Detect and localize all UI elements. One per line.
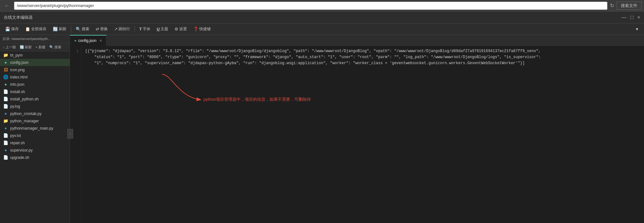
font-button[interactable]: T 字休 <box>137 25 153 33</box>
browser-bar: ← ↻ 搜索文件 <box>0 0 644 11</box>
line-number-1: 1 <box>74 48 79 54</box>
file-icon: 📁 <box>3 118 8 123</box>
file-item[interactable]: ●python_crontab.py <box>0 110 70 117</box>
replace-button[interactable]: ⇄ 替换 <box>93 25 110 33</box>
new-button[interactable]: + 新建 <box>34 44 47 50</box>
save-label: 保存 <box>11 26 19 32</box>
up-button[interactable]: ↑ 上一级 <box>1 44 17 50</box>
theme-button[interactable]: U 主题 <box>154 25 171 33</box>
main-container: 目录: /www/server/panel/pyth... ↑ 上一级 🔄 刷新… <box>0 35 644 223</box>
sidebar-collapse-button[interactable]: ‹ <box>67 129 73 139</box>
save-button[interactable]: 💾 保存 <box>3 25 21 33</box>
file-name: py.log <box>10 104 20 109</box>
file-item[interactable]: ●config.json <box>0 59 70 66</box>
save-icon: 💾 <box>5 27 10 31</box>
file-item[interactable]: 🌐index.html <box>0 73 70 81</box>
file-item[interactable]: 📄install_python.sh <box>0 95 70 103</box>
toolbar: 💾 保存 📋 全部保存 🔄 刷新 🔍 搜索 ⇄ 替换 ↗ 跳转行 T 字休 U … <box>0 24 644 35</box>
url-input[interactable] <box>14 2 607 10</box>
file-item[interactable]: 📁python_manager <box>0 117 70 125</box>
file-name: install_python.sh <box>10 97 38 101</box>
file-icon: 🌐 <box>3 75 8 79</box>
file-name: upgrade.sh <box>10 155 29 160</box>
sidebar-refresh-icon: 🔄 <box>20 45 24 49</box>
settings-icon: ⚙ <box>175 27 178 31</box>
settings-button[interactable]: ⚙ 设置 <box>172 25 189 33</box>
file-name: bt_pym <box>10 53 23 57</box>
toolbar-separator-2 <box>134 26 135 32</box>
config-json-tab[interactable]: ● config.json × <box>70 35 106 46</box>
maximize-button[interactable]: □ <box>630 15 634 20</box>
file-name: python_crontab.py <box>10 112 42 116</box>
file-name: install.sh <box>10 90 25 94</box>
theme-icon: U <box>157 27 160 31</box>
toolbar-separator <box>71 26 71 32</box>
tab-close-button[interactable]: × <box>99 38 102 43</box>
file-icon: 📄 <box>3 89 8 94</box>
window-titlebar: 在线文本编辑器 — □ × <box>0 11 644 24</box>
font-label: 字休 <box>143 26 150 32</box>
file-name: supervisor.py <box>10 148 33 152</box>
sidebar-search-icon: 🔍 <box>49 45 54 49</box>
shortcuts-button[interactable]: ❓ 快捷键 <box>191 25 213 33</box>
file-icon: ● <box>3 126 8 131</box>
file-icon: 📄 <box>3 140 8 145</box>
settings-label: 设置 <box>179 26 187 32</box>
sidebar-path: 目录: /www/server/panel/pyth... <box>0 35 70 43</box>
code-content[interactable]: [{"pjname": "djdapao", "version": "3.8.1… <box>81 46 644 223</box>
refresh-button[interactable]: ↻ <box>610 3 614 9</box>
file-item[interactable]: ●supervisor.py <box>0 146 70 154</box>
refresh-button[interactable]: 🔄 刷新 <box>50 25 69 33</box>
sidebar-wrapper: 目录: /www/server/panel/pyth... ↑ 上一级 🔄 刷新… <box>0 35 70 223</box>
file-item[interactable]: 📄install.sh <box>0 88 70 95</box>
tab-bar: ● config.json × <box>70 35 644 46</box>
file-name: repair.sh <box>10 141 25 145</box>
code-editor[interactable]: 1 2 3 [{"pjname": "djdapao", "version": … <box>70 46 644 223</box>
save-all-label: 全部保存 <box>31 26 46 32</box>
file-item[interactable]: 📄repair.sh <box>0 139 70 146</box>
goto-line-button[interactable]: ↗ 跳转行 <box>112 25 133 33</box>
file-item[interactable]: ●pythonmamager_main.py <box>0 125 70 132</box>
theme-label: 主题 <box>161 26 168 32</box>
replace-label: 替换 <box>100 26 108 32</box>
sidebar: 目录: /www/server/panel/pyth... ↑ 上一级 🔄 刷新… <box>0 35 70 223</box>
file-item[interactable]: 📄upgrade.sh <box>0 154 70 161</box>
file-name: config.json <box>10 60 28 65</box>
file-item[interactable]: 📄py.log <box>0 103 70 110</box>
sidebar-search-label: 搜索 <box>54 45 61 50</box>
more-button[interactable]: ▼ <box>633 26 641 32</box>
file-item[interactable]: 📄pyv.txt <box>0 132 70 139</box>
window-controls: — □ × <box>621 15 640 20</box>
file-item[interactable]: 📁bt_pym <box>0 51 70 59</box>
sidebar-refresh-button[interactable]: 🔄 刷新 <box>18 44 33 50</box>
window-title: 在线文本编辑器 <box>4 15 33 20</box>
refresh-icon: 🔄 <box>53 27 58 31</box>
minimize-button[interactable]: — <box>621 15 627 20</box>
save-all-button[interactable]: 📋 全部保存 <box>23 25 49 33</box>
file-icon: ● <box>3 111 8 116</box>
more-icon: ▼ <box>635 27 639 31</box>
tab-label: config.json <box>78 38 96 43</box>
file-list: 📁bt_pym●config.json🖼icon.png🌐index.html●… <box>0 51 70 223</box>
file-icon: 📄 <box>3 133 8 138</box>
shortcuts-icon: ❓ <box>193 27 198 31</box>
file-name: pythonmamager_main.py <box>10 126 53 131</box>
file-icon: 📄 <box>3 104 8 109</box>
file-item[interactable]: 🖼icon.png <box>0 66 70 73</box>
shortcuts-label: 快捷键 <box>199 26 211 32</box>
back-button[interactable]: ← <box>3 2 11 9</box>
sidebar-refresh-label: 刷新 <box>25 45 32 50</box>
file-icon: 📄 <box>3 155 8 160</box>
goto-label: 跳转行 <box>119 26 130 32</box>
up-label: 上一级 <box>5 45 16 50</box>
file-item[interactable]: ●info.json <box>0 81 70 88</box>
file-name: icon.png <box>10 68 24 72</box>
browser-search-button[interactable]: 搜索文件 <box>617 2 641 10</box>
sidebar-search-button[interactable]: 🔍 搜索 <box>48 44 63 50</box>
search-button[interactable]: 🔍 搜索 <box>73 25 92 33</box>
close-button[interactable]: × <box>637 15 640 20</box>
sidebar-toolbar: ↑ 上一级 🔄 刷新 + 新建 🔍 搜索 <box>0 43 70 51</box>
file-icon: 📁 <box>3 53 8 57</box>
file-name: info.json <box>10 82 24 87</box>
goto-icon: ↗ <box>114 27 118 31</box>
